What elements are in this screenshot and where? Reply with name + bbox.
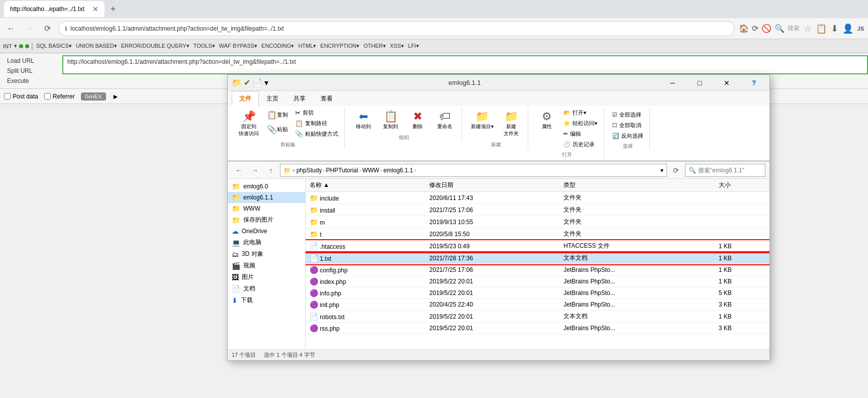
address-box[interactable]: ℹ localhost/emlog6.1.1/admin/attachment.… — [58, 21, 735, 36]
hackbar-waf-bypass[interactable]: WAF BYPASS▾ — [218, 43, 258, 49]
hackbar-tools[interactable]: TOOLS▾ — [192, 43, 216, 49]
paste-shortcut-button[interactable]: 📎 粘贴快捷方式 — [293, 129, 340, 139]
hackbar-error-double-query[interactable]: ERROR/DOUBLE QUERY▾ — [120, 43, 190, 49]
hackbar-encoding[interactable]: ENCODING▾ — [260, 43, 295, 49]
col-type[interactable]: 类型 — [559, 179, 715, 192]
load-url-button[interactable]: Load URL — [5, 56, 59, 65]
fe-refresh-btn[interactable]: ⟳ — [669, 163, 683, 177]
col-size[interactable]: 大小 — [715, 179, 769, 192]
table-row[interactable]: 🟣 config.php 2021/7/25 17:06 JetBrains P… — [306, 264, 769, 276]
move-to-button[interactable]: ⬅ 移动到 — [351, 108, 376, 132]
maximize-button[interactable]: □ — [688, 76, 711, 90]
download-icon[interactable]: ⬇ — [831, 23, 838, 34]
table-row[interactable]: 📁 include 2020/6/11 17:43 文件夹 — [306, 192, 769, 204]
table-row[interactable]: 📁 install 2021/7/25 17:06 文件夹 — [306, 204, 769, 216]
table-row[interactable]: 📄 1.txt 2021/7/28 17:36 文本文档 1 KB — [306, 252, 769, 264]
minimize-button[interactable]: ─ — [661, 76, 684, 90]
ribbon-tab-share[interactable]: 共享 — [286, 91, 313, 106]
cut-button[interactable]: ✂ 剪切 — [293, 108, 340, 118]
edit-button[interactable]: ✏ 编辑 — [561, 129, 600, 139]
tab-close-btn[interactable]: ✕ — [92, 5, 99, 13]
dropdown-arrow[interactable]: ▾ — [264, 78, 268, 87]
search-input[interactable] — [698, 167, 758, 174]
file-search-box[interactable]: 🔍 — [685, 164, 765, 177]
copy-button[interactable]: 📋 复制 — [264, 108, 291, 122]
sidebar-item-video[interactable]: 🎬 视频 — [228, 260, 305, 271]
hackbar-other[interactable]: OTHER▾ — [362, 43, 387, 49]
rename-button[interactable]: 🏷 重命名 — [432, 108, 457, 132]
hackbar-lfi[interactable]: LFI▾ — [407, 43, 420, 49]
table-row[interactable]: 📁 m 2019/9/13 10:55 文件夹 — [306, 216, 769, 228]
help-button[interactable]: ? — [742, 76, 765, 90]
sidebar-item-documents[interactable]: 📄 文档 — [228, 283, 305, 294]
select-all-button[interactable]: ☑ 全部选择 — [610, 110, 645, 120]
hackbar-encryption[interactable]: ENCRYPTION▾ — [319, 43, 360, 49]
hackbar-xss[interactable]: XSS▾ — [389, 43, 405, 49]
table-row[interactable]: 🟣 rss.php 2019/5/22 20:01 JetBrains PhpS… — [306, 323, 769, 334]
breadcrumb-dropdown[interactable]: ▾ — [660, 167, 663, 174]
breadcrumb-phpstudy[interactable]: phpStudy — [297, 167, 322, 174]
reload-button[interactable]: ⟳ — [40, 22, 54, 36]
sidebar-item-pictures[interactable]: 🖼 图片 — [228, 271, 305, 283]
sidebar-item-this-pc[interactable]: 💻 此电脑 — [228, 237, 305, 248]
close-button[interactable]: ✕ — [715, 76, 738, 90]
forward-button[interactable]: → — [22, 22, 36, 36]
ribbon-tab-file[interactable]: 文件 — [232, 91, 259, 106]
new-item-button[interactable]: 📁 新建项目▾ — [468, 108, 497, 139]
sidebar-item-onedrive[interactable]: ☁ OneDrive — [228, 226, 305, 237]
copy-path-button[interactable]: 📋 复制路径 — [293, 119, 340, 128]
fe-back-btn[interactable]: ← — [232, 163, 246, 177]
split-url-button[interactable]: Split URL — [5, 66, 59, 75]
delete-button[interactable]: ✖ 删除 — [405, 108, 430, 132]
copy-to-button[interactable]: 📋 复制到 — [378, 108, 403, 132]
profile-icon[interactable]: 👤 — [842, 23, 853, 34]
breadcrumb-www[interactable]: WWW — [362, 167, 379, 174]
invert-selection-button[interactable]: 🔄 反向选择 — [610, 131, 645, 141]
sidebar-item-emlog60[interactable]: 📁 emlog6.0 — [228, 181, 305, 192]
home-icon[interactable]: 🏠 — [739, 24, 749, 33]
select-none-button[interactable]: ☐ 全部取消 — [610, 121, 645, 130]
sidebar-item-saved-images[interactable]: 📁 保存的图片 — [228, 214, 305, 226]
referrer-check[interactable] — [44, 93, 51, 99]
ribbon-tab-view[interactable]: 查看 — [313, 91, 340, 106]
bookmark-icon[interactable]: ☆ — [804, 23, 812, 34]
int-dropdown[interactable]: ▾ — [14, 43, 17, 49]
table-row[interactable]: 📄 robots.txt 2019/5/22 20:01 文本文档 1 KB — [306, 311, 769, 323]
easy-access-button[interactable]: ⭐ 轻松访问▾ — [561, 119, 600, 128]
properties-button[interactable]: ⚙ 属性 — [534, 108, 559, 149]
table-row[interactable]: 🟣 index.php 2019/5/22 20:01 JetBrains Ph… — [306, 276, 769, 287]
referrer-checkbox[interactable]: Referrer — [44, 93, 75, 100]
paste-button[interactable]: 📎 粘贴 — [264, 123, 291, 136]
post-data-check[interactable] — [4, 93, 11, 99]
table-row[interactable]: 🟣 init.php 2020/4/25 22:40 JetBrains Php… — [306, 299, 769, 311]
fe-up-btn[interactable]: ↑ — [264, 163, 278, 177]
new-tab-btn[interactable]: + — [107, 4, 120, 15]
back-button[interactable]: ← — [4, 22, 18, 36]
readonly-icon[interactable]: 📋 — [816, 23, 827, 34]
table-row[interactable]: 📁 t 2020/5/8 15:50 文件夹 — [306, 228, 769, 240]
hex-button[interactable]: 0xHEX — [81, 92, 106, 101]
breadcrumb-emlog[interactable]: emlog6.1.1 — [383, 167, 413, 174]
hackbar-union-based[interactable]: UNION BASED▾ — [75, 43, 118, 49]
history-button[interactable]: 🕐 历史记录 — [561, 140, 600, 149]
open-dropdown-button[interactable]: 📂 打开▾ — [561, 108, 600, 118]
table-row[interactable]: 📄 .htaccess 2019/5/23 0:49 HTACCESS 文件 1… — [306, 240, 769, 252]
breadcrumb-phptutorial[interactable]: PHPTutorial — [326, 167, 358, 174]
hackbar-sql-basics[interactable]: SQL BASICS▾ — [35, 43, 73, 49]
url-input[interactable]: http://localhost/emlog6.1.1/admin/attach… — [62, 55, 868, 74]
sidebar-item-emlog611[interactable]: 📁 emlog6.1.1 — [228, 192, 305, 203]
new-folder-button[interactable]: 📁 新建文件夹 — [499, 108, 524, 139]
hackbar-html[interactable]: HTML▾ — [297, 43, 317, 49]
search-icon[interactable]: 🔍 — [775, 24, 785, 33]
col-name[interactable]: 名称 ▲ — [306, 179, 425, 192]
sidebar-item-www[interactable]: 📁 WWW — [228, 203, 305, 214]
table-row[interactable]: 🟣 info.php 2019/5/22 20:01 JetBrains Php… — [306, 287, 769, 299]
pin-button[interactable]: 📌 固定到快速访问 — [236, 108, 262, 139]
post-data-checkbox[interactable]: Post data — [4, 93, 38, 100]
block-icon[interactable]: 🚫 — [761, 24, 771, 33]
refresh-icon[interactable]: ⟳ — [752, 24, 758, 33]
sidebar-item-downloads[interactable]: ⬇ 下载 — [228, 294, 305, 306]
browser-tab[interactable]: http://localho...epath=../1.txt ✕ — [4, 1, 105, 17]
sidebar-item-3d-objects[interactable]: 🗂 3D 对象 — [228, 248, 305, 260]
ribbon-tab-home[interactable]: 主页 — [259, 91, 286, 106]
